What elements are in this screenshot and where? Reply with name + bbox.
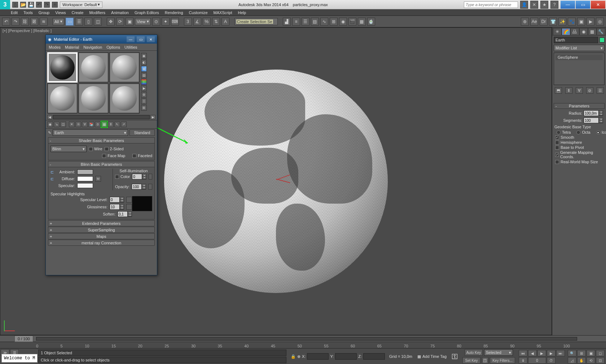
chk-selfillum-color[interactable]: Color <box>115 174 130 179</box>
play-button[interactable]: ▶ <box>537 350 546 356</box>
mat-menu-modes[interactable]: Modes <box>49 45 61 49</box>
soften-spinner[interactable]: ▴▾ <box>128 211 132 217</box>
menu-animation[interactable]: Animation <box>111 10 129 15</box>
bind-button[interactable]: ≋ <box>40 18 48 26</box>
unlink-button[interactable]: ⛓̸ <box>30 18 38 26</box>
select-by-mat-button[interactable]: ☰ <box>141 98 147 104</box>
menu-grapheditors[interactable]: Graph Editors <box>135 10 159 15</box>
link-button[interactable]: ⛓ <box>21 18 29 26</box>
mat-menu-material[interactable]: Material <box>65 45 79 49</box>
app-logo[interactable]: 3 <box>0 0 10 9</box>
zoom-ext-all-button[interactable]: ◻ <box>596 350 605 356</box>
ambient-swatch[interactable] <box>77 169 93 174</box>
assign-to-sel-button[interactable]: ◫ <box>60 121 66 127</box>
chk-hemisphere[interactable]: Hemisphere <box>552 140 606 145</box>
menu-rendering[interactable]: Rendering <box>165 10 183 15</box>
menu-create[interactable]: Create <box>71 10 83 15</box>
gloss-input[interactable] <box>110 204 120 210</box>
segments-spinner[interactable]: ▴▾ <box>599 117 603 123</box>
select-name-button[interactable]: ☰ <box>75 18 83 26</box>
material-slot-1[interactable] <box>47 52 78 83</box>
tab-hierarchy[interactable]: 品 <box>570 28 579 35</box>
options-button[interactable]: ⚙ <box>141 92 147 98</box>
dlg-minimize-button[interactable]: — <box>127 36 135 42</box>
undo-icon[interactable]: ↶ <box>36 2 42 8</box>
cat-button[interactable]: 🐾 <box>568 18 576 26</box>
particle-button[interactable]: ✨ <box>558 18 566 26</box>
chk-realworld[interactable]: Real-World Map Size <box>552 159 606 164</box>
next-frame-button[interactable]: ▶ <box>547 350 556 356</box>
select-object-button[interactable]: ▭ <box>66 18 74 26</box>
chk-wire[interactable]: Wire <box>89 147 102 151</box>
selfillum-input[interactable] <box>132 174 142 179</box>
help-icon[interactable]: ? <box>550 1 558 9</box>
render-setup-button[interactable]: 🎬 <box>348 18 356 26</box>
search-input[interactable] <box>464 1 518 8</box>
soften-input[interactable] <box>118 211 128 217</box>
opacity-input[interactable] <box>132 184 142 190</box>
menu-modifiers[interactable]: Modifiers <box>89 10 105 15</box>
selfillum-map-button[interactable] <box>149 174 152 179</box>
keymode-button[interactable]: ⌨ <box>171 18 179 26</box>
chk-basepivot[interactable]: Base to Pivot <box>552 145 606 150</box>
uv-tile-button[interactable]: ▤ <box>141 72 147 78</box>
lock-icon[interactable]: 🔒 <box>291 354 296 359</box>
get-material-button[interactable]: ◉ <box>47 121 53 127</box>
schematic-button[interactable]: ⊞ <box>330 18 338 26</box>
autodesk-button[interactable]: ⊛ <box>521 18 529 26</box>
reset-map-button[interactable]: ✕ <box>69 121 75 127</box>
object-name-input[interactable]: Earth <box>554 37 598 43</box>
menu-views[interactable]: Views <box>55 10 66 15</box>
unique-button[interactable]: ∀ <box>576 87 583 94</box>
gloss-map-button[interactable] <box>126 204 132 210</box>
menu-edit[interactable]: Edit <box>11 10 18 15</box>
menu-customize[interactable]: Customize <box>189 10 208 15</box>
populate-button[interactable]: ▶ <box>587 18 594 26</box>
z-input[interactable] <box>363 353 385 360</box>
tab-motion[interactable]: ◉ <box>579 28 588 35</box>
speclevel-spinner[interactable]: ▴▾ <box>120 197 124 203</box>
menu-tools[interactable]: Tools <box>23 10 33 15</box>
massfx-button[interactable]: ◎ <box>596 18 604 26</box>
abs-rel-icon[interactable]: ⊕ <box>297 354 300 359</box>
cloth-button[interactable]: 👕 <box>549 18 557 26</box>
autokey-button[interactable]: Auto Key <box>465 349 483 356</box>
goto-end-button[interactable]: ⏭ <box>556 350 565 356</box>
spinner-snap[interactable]: ⇅ <box>212 18 220 26</box>
workspace-dropdown[interactable]: Workspace: Default▾ <box>60 1 102 8</box>
extended-rollout-header[interactable]: +Extended Parameters <box>48 221 154 226</box>
backlight-button[interactable]: ◐ <box>141 59 147 65</box>
modifier-list-dropdown[interactable]: Modifier List▾ <box>554 45 605 51</box>
radio-tetra[interactable]: Tetra <box>554 130 574 135</box>
pin-stack-button[interactable]: ⬒ <box>555 87 562 94</box>
keymode-dropdown[interactable]: Selected▾ <box>484 349 513 356</box>
mat-menu-options[interactable]: Options <box>106 45 120 49</box>
radio-octa[interactable]: Octa <box>574 130 593 135</box>
make-unique-button[interactable]: ∀ <box>82 121 88 127</box>
zoom-all-button[interactable]: ⊞ <box>577 350 586 356</box>
zoom-button[interactable]: 🔍 <box>568 350 576 356</box>
make-copy-button[interactable]: ⎘ <box>75 121 81 127</box>
key-icon[interactable]: ⚿ <box>452 353 458 360</box>
exchange-icon[interactable]: ✕ <box>530 1 538 9</box>
material-slot-5[interactable] <box>78 83 109 114</box>
specular-swatch[interactable] <box>77 183 93 188</box>
mat-map-navigator-button[interactable]: ⊞ <box>141 105 147 111</box>
modifier-stack[interactable]: GeoSphere <box>554 53 605 85</box>
percent-snap[interactable]: % <box>203 18 211 26</box>
redo-icon[interactable]: ↷ <box>44 2 50 8</box>
time-slider[interactable]: 0 / 100 <box>0 336 606 342</box>
layers-button[interactable]: ☰ <box>302 18 309 26</box>
time-config-button[interactable]: ⏱ <box>547 357 556 364</box>
named-selection-input[interactable]: Create Selection Se <box>234 18 278 25</box>
radius-spinner[interactable]: ▴▾ <box>599 110 603 116</box>
fov-button[interactable]: ◿ <box>568 357 576 364</box>
show-map-vp-button[interactable]: ▦ <box>101 121 107 127</box>
mat-id-button[interactable]: 0 <box>95 121 101 127</box>
pan-button[interactable]: ✋ <box>577 357 586 364</box>
sample-type-button[interactable]: ◉ <box>141 53 147 59</box>
slot-scrollbar[interactable] <box>53 115 150 119</box>
object-color-swatch[interactable] <box>600 37 605 43</box>
tab-display[interactable]: ▦ <box>588 28 597 35</box>
background-button[interactable]: ▦ <box>141 66 147 72</box>
